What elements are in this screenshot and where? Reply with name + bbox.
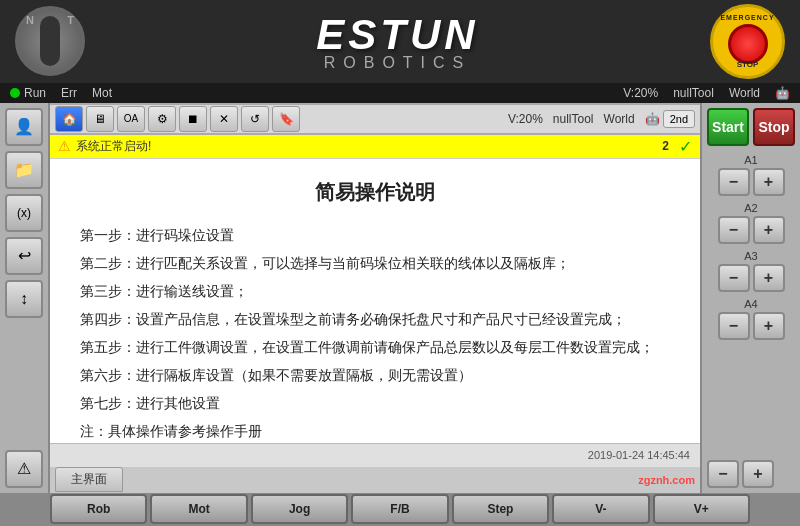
warning-banner: ⚠ 系统正常启动! 2 ✓	[50, 135, 700, 159]
toolbar-home-btn[interactable]: 🏠	[55, 106, 83, 132]
status-bar: Run Err Mot V:20% nullTool World 🤖	[0, 83, 800, 103]
right-panel: Start Stop A1 − + A2 − + A	[700, 103, 800, 493]
run-label: Run	[24, 86, 46, 100]
camera-icon: 🖥	[94, 112, 106, 126]
tab-bar: 主界面	[50, 467, 700, 493]
a4-minus-btn[interactable]: −	[718, 312, 750, 340]
warning-triangle-icon: ⚠	[58, 138, 71, 154]
content-item-6: 第七步：进行其他设置	[80, 389, 670, 417]
mot-status: Mot	[92, 86, 112, 100]
content-item-4: 第五步：进行工件微调设置，在设置工件微调前请确保产品总层数以及每层工件数设置完成…	[80, 333, 670, 361]
main-area: 👤 📁 (x) ↩ ↕ ⚠ 🏠	[0, 103, 800, 493]
world-status: World	[729, 86, 760, 100]
tool-label: nullTool	[673, 86, 714, 100]
emergency-stop[interactable]: EMERGENCY STOP	[710, 4, 785, 79]
timestamp: 2019-01-24 14:45:44	[588, 449, 690, 461]
key-label-n: N	[26, 14, 34, 26]
sidebar-btn-arrow[interactable]: ↩	[5, 237, 43, 275]
a2-plus-btn[interactable]: +	[753, 216, 785, 244]
cross-icon: ✕	[219, 112, 229, 126]
v-plus-button[interactable]: V+	[653, 494, 750, 524]
speed-status: V:20%	[623, 86, 658, 100]
err-status: Err	[61, 86, 77, 100]
start-button[interactable]: Start	[707, 108, 749, 146]
icon-status: 🤖	[775, 86, 790, 100]
a1-minus-btn[interactable]: −	[718, 168, 750, 196]
a3-label: A3	[744, 250, 757, 262]
a3-minus-btn[interactable]: −	[718, 264, 750, 292]
a2-minus-btn[interactable]: −	[718, 216, 750, 244]
toolbar-camera-btn[interactable]: 🖥	[86, 106, 114, 132]
world-label: World	[729, 86, 760, 100]
sidebar-btn-move[interactable]: ↕	[5, 280, 43, 318]
toolbar-info: V:20% nullTool World 🤖	[508, 112, 660, 126]
emergency-button[interactable]	[728, 24, 768, 64]
bookmark-icon: 🔖	[279, 112, 294, 126]
run-dot	[10, 88, 20, 98]
bottom-plus-btn[interactable]: +	[742, 460, 774, 488]
toolbar-settings-btn[interactable]: ⚙	[148, 106, 176, 132]
user-icon: 👤	[14, 117, 34, 136]
toolbar-oa-btn[interactable]: OA	[117, 106, 145, 132]
tool-status: nullTool	[673, 86, 714, 100]
warning-icon: ⚠	[17, 459, 31, 478]
run-status: Run	[10, 86, 46, 100]
folder-icon: 📁	[14, 160, 34, 179]
world-display: World	[604, 112, 635, 126]
a1-label: A1	[744, 154, 757, 166]
a2-section: A2 − +	[707, 202, 795, 244]
tool-display: nullTool	[553, 112, 594, 126]
robot-icon: 🤖	[775, 86, 790, 100]
step-button[interactable]: Step	[452, 494, 549, 524]
joystick-icon: (x)	[17, 206, 31, 220]
left-sidebar: 👤 📁 (x) ↩ ↕ ⚠	[0, 103, 50, 493]
content-items: 第一步：进行码垛位设置第二步：进行匹配关系设置，可以选择与当前码垛位相关联的线体…	[80, 221, 670, 443]
a1-plus-btn[interactable]: +	[753, 168, 785, 196]
logo-area: ESTUN ROBOTICS	[85, 11, 710, 72]
sidebar-btn-folder[interactable]: 📁	[5, 151, 43, 189]
sidebar-btn-warning[interactable]: ⚠	[5, 450, 43, 488]
status-footer: 2019-01-24 14:45:44	[50, 443, 700, 467]
warning-check-icon: ✓	[679, 137, 692, 156]
toolbar: 🏠 🖥 OA ⚙ ⏹ ✕ ↺	[50, 103, 700, 135]
toolbar-cross-btn[interactable]: ✕	[210, 106, 238, 132]
a3-plus-btn[interactable]: +	[753, 264, 785, 292]
toolbar-2nd-btn[interactable]: 2nd	[663, 110, 695, 128]
main-panel: 简易操作说明 第一步：进行码垛位设置第二步：进行匹配关系设置，可以选择与当前码垛…	[50, 159, 700, 443]
header: N T ESTUN ROBOTICS EMERGENCY STOP	[0, 0, 800, 83]
err-label: Err	[61, 86, 77, 100]
start-stop-group: Start Stop	[707, 108, 795, 146]
a2-buttons: − +	[718, 216, 785, 244]
key-switch[interactable]: N T	[15, 6, 85, 76]
v-minus-button[interactable]: V-	[552, 494, 649, 524]
panel-title: 简易操作说明	[80, 179, 670, 206]
stop-icon: ⏹	[187, 112, 199, 126]
toolbar-bookmark-btn[interactable]: 🔖	[272, 106, 300, 132]
arrow-icon: ↩	[18, 246, 31, 265]
logo-robotics: ROBOTICS	[85, 54, 710, 72]
a4-section: A4 − +	[707, 298, 795, 340]
fb-button[interactable]: F/B	[351, 494, 448, 524]
sidebar-btn-user[interactable]: 👤	[5, 108, 43, 146]
rob-button[interactable]: Rob	[50, 494, 147, 524]
oa-icon: OA	[124, 113, 138, 124]
a3-buttons: − +	[718, 264, 785, 292]
mot-button[interactable]: Mot	[150, 494, 247, 524]
toolbar-refresh-btn[interactable]: ↺	[241, 106, 269, 132]
stop-button[interactable]: Stop	[753, 108, 795, 146]
tab-main[interactable]: 主界面	[55, 467, 123, 492]
bottom-minus-btn[interactable]: −	[707, 460, 739, 488]
settings-icon: ⚙	[157, 112, 168, 126]
sidebar-btn-joystick[interactable]: (x)	[5, 194, 43, 232]
a4-plus-btn[interactable]: +	[753, 312, 785, 340]
jog-button[interactable]: Jog	[251, 494, 348, 524]
emergency-text-bottom: STOP	[737, 60, 759, 69]
refresh-icon: ↺	[250, 112, 260, 126]
content-item-5: 第六步：进行隔板库设置（如果不需要放置隔板，则无需设置）	[80, 361, 670, 389]
toolbar-stop-btn[interactable]: ⏹	[179, 106, 207, 132]
content-item-2: 第三步：进行输送线设置；	[80, 277, 670, 305]
logo-estun: ESTUN	[85, 11, 710, 59]
content-item-0: 第一步：进行码垛位设置	[80, 221, 670, 249]
content-item-1: 第二步：进行匹配关系设置，可以选择与当前码垛位相关联的线体以及隔板库；	[80, 249, 670, 277]
watermark: zgznh.com	[638, 474, 695, 486]
